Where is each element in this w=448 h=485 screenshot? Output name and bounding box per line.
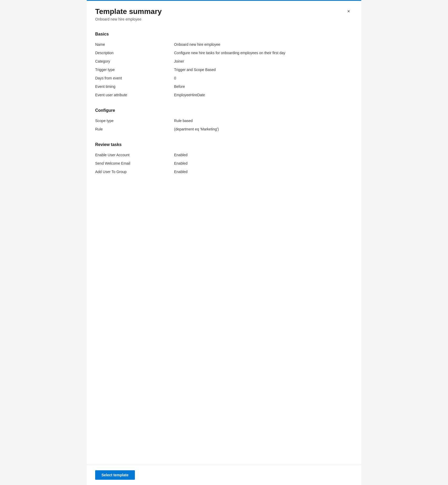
basics-section: Basics Name Onboard new hire employee De…	[95, 32, 353, 100]
close-button[interactable]: ×	[344, 7, 353, 16]
field-value-add-user-to-group: Enabled	[174, 170, 353, 174]
review-tasks-section: Review tasks Enable User Account Enabled…	[95, 142, 353, 176]
panel-title: Template summary	[95, 7, 162, 16]
field-label-days-from-event: Days from event	[95, 76, 174, 80]
panel-content: Basics Name Onboard new hire employee De…	[87, 26, 361, 465]
field-name: Name Onboard new hire employee	[95, 41, 353, 49]
field-category: Category Joiner	[95, 58, 353, 66]
field-value-event-timing: Before	[174, 84, 353, 89]
field-value-enable-user-account: Enabled	[174, 153, 353, 157]
title-block: Template summary Onboard new hire employ…	[95, 7, 162, 21]
select-template-button[interactable]: Select template	[95, 470, 135, 480]
field-value-category: Joiner	[174, 59, 353, 63]
field-value-scope-type: Rule based	[174, 119, 353, 123]
configure-section-title: Configure	[95, 108, 353, 113]
field-label-event-user-attribute: Event user attribute	[95, 93, 174, 97]
field-label-enable-user-account: Enable User Account	[95, 153, 174, 157]
field-send-welcome-email: Send Welcome Email Enabled	[95, 160, 353, 168]
field-value-rule: (department eq 'Marketing')	[174, 127, 353, 131]
panel-footer: Select template	[87, 465, 361, 485]
field-days-from-event: Days from event 0	[95, 74, 353, 83]
field-value-event-user-attribute: EmployeeHireDate	[174, 93, 353, 97]
field-label-scope-type: Scope type	[95, 119, 174, 123]
field-scope-type: Scope type Rule based	[95, 117, 353, 125]
field-label-description: Description	[95, 51, 174, 55]
configure-section: Configure Scope type Rule based Rule (de…	[95, 108, 353, 134]
close-icon: ×	[347, 9, 350, 14]
field-value-days-from-event: 0	[174, 76, 353, 80]
field-description: Description Configure new hire tasks for…	[95, 49, 353, 58]
field-label-category: Category	[95, 59, 174, 63]
field-label-add-user-to-group: Add User To Group	[95, 170, 174, 174]
field-value-send-welcome-email: Enabled	[174, 161, 353, 165]
field-rule: Rule (department eq 'Marketing')	[95, 125, 353, 134]
panel-header: Template summary Onboard new hire employ…	[87, 1, 361, 26]
field-trigger-type: Trigger type Trigger and Scope Based	[95, 66, 353, 74]
field-label-rule: Rule	[95, 127, 174, 131]
field-event-timing: Event timing Before	[95, 83, 353, 91]
review-tasks-section-title: Review tasks	[95, 142, 353, 147]
field-value-description: Configure new hire tasks for onboarding …	[174, 51, 353, 55]
field-event-user-attribute: Event user attribute EmployeeHireDate	[95, 91, 353, 100]
panel-subtitle: Onboard new hire employee	[95, 17, 162, 21]
field-enable-user-account: Enable User Account Enabled	[95, 151, 353, 160]
field-value-name: Onboard new hire employee	[174, 42, 353, 47]
field-value-trigger-type: Trigger and Scope Based	[174, 68, 353, 72]
field-label-event-timing: Event timing	[95, 84, 174, 89]
field-label-name: Name	[95, 42, 174, 47]
template-summary-panel: Template summary Onboard new hire employ…	[87, 0, 361, 485]
basics-section-title: Basics	[95, 32, 353, 37]
field-label-send-welcome-email: Send Welcome Email	[95, 161, 174, 165]
field-add-user-to-group: Add User To Group Enabled	[95, 168, 353, 176]
field-label-trigger-type: Trigger type	[95, 68, 174, 72]
